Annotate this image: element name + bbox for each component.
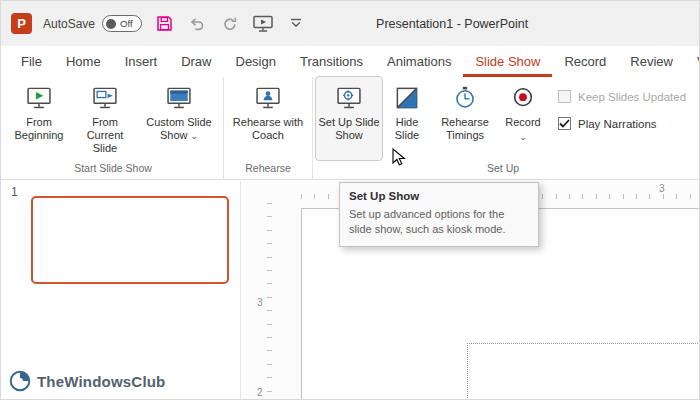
slide-thumbnail-selected[interactable] [31, 196, 229, 284]
window-title: Presentation1 - PowerPoint [376, 17, 528, 31]
hide-slide-icon [393, 84, 421, 112]
thewindowsclub-logo-icon [9, 370, 31, 392]
ribbon-tab-bar: File Home Insert Draw Design Transitions… [1, 46, 699, 77]
checkbox-icon [558, 90, 571, 103]
setup-checkboxes: Keep Slides Updated Play Narrations [548, 77, 690, 160]
keep-slides-updated-label: Keep Slides Updated [578, 91, 686, 103]
title-bar: P AutoSave Off [1, 1, 699, 46]
rehearse-timings-icon [451, 84, 479, 112]
tab-home[interactable]: Home [54, 46, 113, 77]
group-label-set-up: Set Up [316, 160, 690, 179]
ribbon-slide-show: From Beginning From Current Slide [1, 77, 699, 180]
from-current-slide-button[interactable]: From Current Slide [72, 77, 138, 160]
from-beginning-icon [25, 84, 53, 112]
chevron-down-icon: ⌄ [191, 131, 199, 141]
redo-button[interactable] [219, 13, 241, 35]
tab-slide-show[interactable]: Slide Show [463, 46, 552, 77]
tab-transitions[interactable]: Transitions [288, 46, 375, 77]
check-icon [559, 119, 570, 128]
slide-number: 1 [11, 185, 18, 199]
toggle-knob-icon [106, 19, 116, 29]
rehearse-timings-label: Rehearse Timings [432, 116, 498, 142]
vertical-ruler: 3 2 [255, 203, 273, 399]
tooltip-set-up-show: Set Up Show Set up advanced options for … [339, 182, 539, 247]
save-button[interactable] [153, 13, 175, 35]
powerpoint-app-icon[interactable]: P [11, 13, 32, 34]
group-rehearse: Rehearse with Coach Rehearse [224, 77, 313, 179]
hide-slide-label: Hide Slide [382, 116, 432, 142]
set-up-slide-show-icon [335, 84, 363, 112]
tab-review[interactable]: Review [618, 46, 685, 77]
play-narrations-label: Play Narrations [578, 118, 657, 130]
from-beginning-label: From Beginning [6, 116, 72, 142]
record-button[interactable]: Record ⌄ [498, 77, 548, 160]
content-placeholder[interactable] [467, 343, 699, 399]
ruler-number: 3 [257, 297, 263, 308]
redo-icon [222, 16, 238, 32]
slideshow-monitor-icon [253, 15, 273, 33]
tab-view[interactable]: View [685, 46, 700, 77]
undo-button[interactable] [186, 13, 208, 35]
from-current-slide-label: From Current Slide [72, 116, 138, 155]
from-beginning-button[interactable]: From Beginning [6, 77, 72, 160]
autosave-state: Off [120, 18, 133, 29]
save-icon [156, 15, 173, 32]
from-current-slide-icon [91, 84, 119, 112]
autosave-control[interactable]: AutoSave Off [43, 15, 142, 32]
group-label-rehearse: Rehearse [227, 160, 309, 179]
autosave-label: AutoSave [43, 17, 95, 31]
slide-thumbnail-panel: 1 TheWindowsClub [1, 181, 241, 399]
ruler-ticks [267, 203, 272, 399]
customize-quick-access-toolbar-button[interactable] [285, 13, 307, 35]
tab-file[interactable]: File [9, 46, 54, 77]
play-narrations-checkbox[interactable]: Play Narrations [558, 117, 686, 130]
checkbox-icon [558, 117, 571, 130]
group-label-start-slide-show: Start Slide Show [6, 160, 220, 179]
undo-icon [189, 16, 205, 32]
watermark: TheWindowsClub [9, 370, 165, 392]
watermark-text: TheWindowsClub [37, 373, 165, 390]
autosave-toggle[interactable]: Off [102, 15, 142, 32]
chevron-down-icon: ⌄ [519, 133, 527, 142]
tab-animations[interactable]: Animations [375, 46, 463, 77]
tab-insert[interactable]: Insert [113, 46, 170, 77]
record-icon [509, 84, 537, 112]
set-up-slide-show-button[interactable]: Set Up Slide Show [316, 77, 382, 160]
rehearse-timings-button[interactable]: Rehearse Timings [432, 77, 498, 160]
rehearse-with-coach-label: Rehearse with Coach [227, 116, 309, 142]
set-up-slide-show-label: Set Up Slide Show [316, 116, 382, 142]
keep-slides-updated-checkbox[interactable]: Keep Slides Updated [558, 90, 686, 103]
ruler-number: 3 [659, 183, 665, 194]
tooltip-title: Set Up Show [349, 190, 529, 202]
tab-draw[interactable]: Draw [169, 46, 223, 77]
custom-slide-show-button[interactable]: Custom Slide Show ⌄ [138, 77, 220, 160]
start-slideshow-quick-button[interactable] [252, 13, 274, 35]
tooltip-description: Set up advanced options for the slide sh… [349, 207, 529, 237]
group-set-up: Set Up Slide Show Hide Slide [313, 77, 693, 179]
chevron-bar-icon [290, 18, 302, 29]
group-start-slide-show: From Beginning From Current Slide [3, 77, 224, 179]
mouse-cursor-icon [392, 148, 408, 167]
rehearse-with-coach-icon [254, 84, 282, 112]
powerpoint-window: P AutoSave Off [0, 0, 700, 400]
tab-design[interactable]: Design [224, 46, 288, 77]
rehearse-with-coach-button[interactable]: Rehearse with Coach [227, 77, 309, 160]
tab-record[interactable]: Record [552, 46, 618, 77]
custom-slide-show-icon [165, 84, 193, 112]
custom-slide-show-label: Custom Slide Show ⌄ [138, 116, 220, 142]
ruler-number: 2 [257, 387, 263, 398]
record-label: Record [503, 116, 542, 129]
